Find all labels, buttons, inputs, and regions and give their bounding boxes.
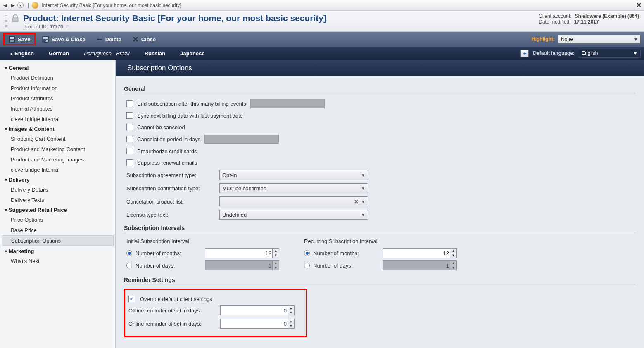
default-language-label: Default language: xyxy=(533,50,575,56)
lang-tab-russian[interactable]: Russian xyxy=(137,48,173,59)
chevron-down-icon: ▼ xyxy=(361,199,365,204)
end-subscription-label: End subscription after this many billing… xyxy=(137,101,246,107)
chevron-down-icon: ▼ xyxy=(634,37,638,42)
recurring-months-radio[interactable] xyxy=(304,250,310,256)
svg-rect-3 xyxy=(10,40,14,42)
svg-rect-2 xyxy=(10,37,14,39)
default-language-select[interactable]: English ▼ xyxy=(579,49,641,58)
product-id-label: Product ID: xyxy=(23,24,48,30)
spinner-icon[interactable]: ▲▼ xyxy=(288,306,294,315)
window-title: Internet Security Basic [For your home, … xyxy=(42,2,181,8)
recurring-interval-column: Recurring Subscription Interval Number o… xyxy=(304,238,457,272)
chevron-down-icon: ▼ xyxy=(633,50,638,56)
date-modified-label: Date modified: xyxy=(539,19,570,25)
delete-icon xyxy=(96,36,103,43)
sidebar-item-product-marketing-images[interactable]: Product and Marketing Images xyxy=(2,154,114,165)
end-subscription-input[interactable] xyxy=(250,99,325,108)
confirmation-type-label: Subscription confirmation type: xyxy=(126,185,215,192)
cancel-product-list-select[interactable]: ✕ ▼ xyxy=(219,196,368,206)
nav-forward-icon[interactable]: ▶ xyxy=(10,2,16,8)
initial-months-input[interactable]: 12 ▲▼ xyxy=(205,248,279,258)
delete-button[interactable]: Delete xyxy=(92,34,126,44)
save-close-icon xyxy=(42,36,49,43)
sidebar-item-price-options[interactable]: Price Options xyxy=(2,215,114,225)
highlight-select[interactable]: None ▼ xyxy=(558,35,641,44)
svg-rect-6 xyxy=(97,39,102,40)
suppress-checkbox[interactable] xyxy=(126,159,133,166)
highlight-label: Highlight: xyxy=(532,36,555,42)
save-close-button[interactable]: Save & Close xyxy=(38,34,89,44)
end-subscription-checkbox[interactable] xyxy=(126,100,133,107)
sidebar-item-product-definition[interactable]: Product Definition xyxy=(2,73,114,83)
initial-interval-column: Initial Subscription Interval Number of … xyxy=(126,238,279,272)
cannot-cancel-label: Cannot be canceled xyxy=(137,124,185,130)
initial-months-radio[interactable] xyxy=(126,250,132,256)
spinner-icon[interactable]: ▲▼ xyxy=(288,319,294,328)
sidebar: ▾General Product Definition Product Info… xyxy=(0,60,116,348)
online-offset-input[interactable]: 0 ▲▼ xyxy=(220,319,295,329)
recurring-days-radio[interactable] xyxy=(304,263,310,268)
sidebar-group-general[interactable]: ▾General xyxy=(2,63,114,73)
recurring-months-label: Number of months: xyxy=(313,250,379,256)
override-label: Override default client settings xyxy=(140,296,227,302)
lang-tab-japanese[interactable]: Japanese xyxy=(173,48,212,59)
nav-history-dropdown-icon[interactable]: ▾ xyxy=(17,2,24,8)
cancel-period-label: Cancelation period in days xyxy=(137,136,200,142)
license-type-select[interactable]: Undefined ▼ xyxy=(219,210,368,220)
sidebar-item-shopping-cart-content[interactable]: Shopping Cart Content xyxy=(2,134,114,144)
recurring-months-input[interactable]: 12 ▲▼ xyxy=(383,248,457,258)
lang-tab-portuguese[interactable]: Portuguese - Brazil xyxy=(76,48,137,59)
suppress-label: Suppress renewal emails xyxy=(137,160,197,166)
cannot-cancel-checkbox[interactable] xyxy=(126,124,133,130)
sidebar-group-images-content[interactable]: ▾Images & Content xyxy=(2,124,114,134)
lang-tab-english[interactable]: English xyxy=(3,48,41,59)
initial-days-radio[interactable] xyxy=(126,263,132,268)
agreement-type-select[interactable]: Opt-in ▼ xyxy=(219,170,368,180)
spinner-icon: ▲▼ xyxy=(450,261,456,270)
drag-handle-icon xyxy=(5,15,7,28)
group-general-title: General xyxy=(124,85,636,93)
sidebar-item-product-information[interactable]: Product Information xyxy=(2,83,114,93)
recurring-days-label: Number of days: xyxy=(313,263,379,269)
page-header: Product: Internet Security Basic [For yo… xyxy=(0,11,644,32)
clear-icon[interactable]: ✕ xyxy=(354,199,359,205)
spinner-icon[interactable]: ▲▼ xyxy=(272,249,279,258)
offline-offset-input[interactable]: 0 ▲▼ xyxy=(220,305,295,315)
sidebar-group-srp[interactable]: ▾Suggested Retail Price xyxy=(2,205,114,215)
page-title: Product: Internet Security Basic [For yo… xyxy=(23,13,326,23)
client-account-value: Shieldware (Example) (864) xyxy=(575,13,639,19)
save-button[interactable]: Save xyxy=(3,33,36,45)
cancel-period-input[interactable] xyxy=(204,135,279,144)
add-language-button[interactable]: + xyxy=(520,50,529,57)
sidebar-item-subscription-options[interactable]: Subscription Options xyxy=(2,235,114,246)
sync-billing-checkbox[interactable] xyxy=(126,112,133,119)
lang-tab-german[interactable]: German xyxy=(41,48,76,59)
close-button[interactable]: Close xyxy=(128,34,160,44)
sidebar-group-delivery[interactable]: ▾Delivery xyxy=(2,175,114,185)
copy-icon[interactable]: ⧉ xyxy=(66,24,70,30)
sidebar-item-delivery-details[interactable]: Delivery Details xyxy=(2,185,114,195)
group-reminder-title: Reminder Settings xyxy=(124,277,636,284)
cancel-period-checkbox[interactable] xyxy=(126,136,133,142)
product-id-value: 97770 xyxy=(49,24,63,30)
sidebar-item-internal-attributes[interactable]: Internal Attributes xyxy=(2,104,114,114)
sidebar-group-marketing[interactable]: ▾Marketing xyxy=(2,246,114,256)
sidebar-item-product-attributes[interactable]: Product Attributes xyxy=(2,93,114,104)
agreement-type-label: Subscription agreement type: xyxy=(126,172,215,178)
override-checkbox[interactable] xyxy=(128,296,135,302)
title-bar: ◀ ▶ ▾ | Internet Security Basic [For you… xyxy=(0,0,644,11)
preauth-checkbox[interactable] xyxy=(126,148,133,154)
sidebar-item-cleverbridge-internal-2[interactable]: cleverbridge Internal xyxy=(2,165,114,175)
svg-rect-5 xyxy=(43,37,48,39)
svg-rect-0 xyxy=(12,18,18,22)
sidebar-item-product-marketing-content[interactable]: Product and Marketing Content xyxy=(2,144,114,154)
sidebar-item-whats-next[interactable]: What's Next xyxy=(2,256,114,266)
spinner-icon[interactable]: ▲▼ xyxy=(450,249,456,258)
sidebar-item-delivery-texts[interactable]: Delivery Texts xyxy=(2,195,114,205)
nav-back-icon[interactable]: ◀ xyxy=(2,2,8,8)
section-title: Subscription Options xyxy=(116,60,644,76)
confirmation-type-select[interactable]: Must be confirmed ▼ xyxy=(219,183,368,193)
sidebar-item-cleverbridge-internal-1[interactable]: cleverbridge Internal xyxy=(2,114,114,124)
close-icon[interactable]: ✕ xyxy=(636,1,642,9)
sidebar-item-base-price[interactable]: Base Price xyxy=(2,225,114,235)
